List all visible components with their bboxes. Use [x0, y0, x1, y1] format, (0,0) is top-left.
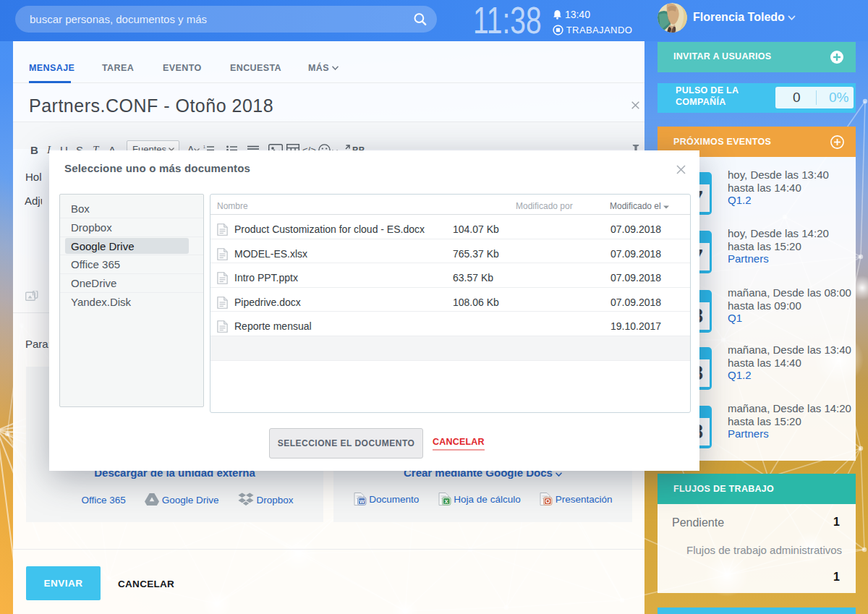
svg-text:1: 1: [203, 145, 205, 149]
svg-text:X: X: [444, 498, 448, 505]
svg-text:W: W: [359, 498, 365, 505]
